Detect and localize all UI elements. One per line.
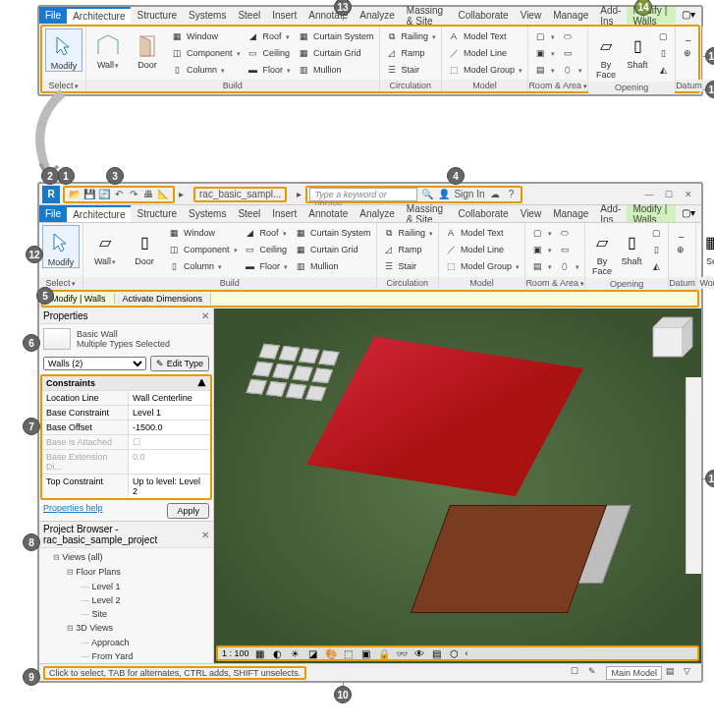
qat-sync-icon[interactable]: 🔄 — [98, 189, 110, 200]
signin-icon[interactable]: 👤 — [437, 188, 451, 201]
tool-ramp-2[interactable]: ◿Ramp — [380, 242, 436, 257]
tool-tag-area[interactable]: ⬯ — [559, 62, 584, 78]
detail-level-icon[interactable]: ▦ — [253, 646, 267, 660]
tool-modify-2[interactable]: Modify — [42, 225, 80, 268]
tool-window-2[interactable]: ▦Window — [165, 225, 240, 241]
visual-style-icon[interactable]: ◐ — [271, 646, 285, 660]
menu-systems-2[interactable]: Systems — [183, 205, 232, 222]
menu-steel[interactable]: Steel — [232, 7, 266, 24]
qat-save-icon[interactable]: 💾 — [83, 189, 95, 200]
tool-ceiling-2[interactable]: ▭Ceiling — [242, 242, 291, 257]
prop-base-offset[interactable]: -1500.0 — [129, 420, 210, 434]
browser-close-icon[interactable]: ✕ — [201, 530, 209, 540]
tool-floor[interactable]: ▬Floor — [245, 62, 294, 78]
drawing-viewport[interactable]: —☐✕ 1 : 100 ▦ ◐ ☀ ◪ 🎨 ⬚ ▣ 🔒 👓 — [214, 308, 701, 663]
status-editable-icon[interactable]: ✎ — [588, 666, 602, 680]
menu-addins-2[interactable]: Add-Ins — [594, 205, 627, 222]
menu-collaborate-2[interactable]: Collaborate — [452, 205, 514, 222]
tree-level2[interactable]: Level 2 — [43, 593, 209, 607]
dt-2[interactable]: ⊕ — [672, 242, 689, 257]
menu-modify-context-2[interactable]: Modify | Walls — [627, 205, 676, 222]
tool-wall-2[interactable]: ▱Wall — [86, 225, 124, 266]
ribbon-expand-icon-2[interactable]: ▢▾ — [676, 205, 701, 222]
menu-file[interactable]: File — [39, 7, 67, 24]
close-button[interactable]: ✕ — [680, 188, 697, 201]
dt-1[interactable]: ⎯ — [672, 225, 689, 241]
tree-fromyard[interactable]: From Yard — [43, 649, 209, 663]
element-filter[interactable]: Walls (2) — [43, 357, 146, 370]
tool-mline-2[interactable]: ／Model Line — [442, 242, 522, 257]
menu-architecture[interactable]: Architecture — [67, 7, 131, 24]
tool-roof[interactable]: ◢Roof — [245, 28, 294, 44]
qat-undo-icon[interactable]: ↶ — [113, 189, 125, 200]
properties-help-link[interactable]: Properties help — [43, 503, 103, 519]
menu-structure-2[interactable]: Structure — [131, 205, 183, 222]
tree-approach[interactable]: Approach — [43, 636, 209, 649]
reveal-icon[interactable]: 👁 — [412, 646, 426, 660]
tool-mgroup-2[interactable]: ⬚Model Group — [442, 258, 522, 274]
tool-curtain-system[interactable]: ▦Curtain System — [295, 28, 376, 44]
panel-label-roomarea[interactable]: Room & Area — [528, 80, 587, 91]
tool-model-group[interactable]: ⬚Model Group — [445, 62, 524, 78]
ra-4[interactable]: ⬭ — [556, 225, 581, 241]
op-2[interactable]: ▯ — [647, 242, 665, 257]
menu-analyze-2[interactable]: Analyze — [354, 205, 401, 222]
menu-architecture-2[interactable]: Architecture — [67, 205, 131, 222]
op-1[interactable]: ▢ — [647, 225, 665, 241]
ra-2[interactable]: ▣ — [528, 242, 554, 257]
tool-curtain-grid[interactable]: ▦Curtain Grid — [295, 45, 376, 61]
prop-location-line[interactable]: Wall Centerline — [129, 391, 210, 405]
prop-base-constraint[interactable]: Level 1 — [129, 406, 210, 420]
menu-massing-2[interactable]: Massing & Site — [401, 205, 453, 222]
signin-label[interactable]: Sign In — [454, 189, 484, 199]
min-button[interactable]: — — [640, 188, 658, 201]
tool-byface[interactable]: ▱By Face — [591, 28, 621, 80]
tool-door-2[interactable]: ▯Door — [126, 225, 163, 266]
prop-top-constraint[interactable]: Up to level: Level 2 — [129, 475, 210, 498]
properties-close-icon[interactable]: ✕ — [201, 310, 209, 321]
menu-structure[interactable]: Structure — [131, 7, 183, 24]
tree-level1[interactable]: Level 1 — [43, 580, 209, 593]
tool-modify[interactable]: Modify — [45, 28, 82, 72]
tool-mullion-2[interactable]: ▥Mullion — [292, 258, 373, 274]
type-selector[interactable]: Basic WallMultiple Types Selected — [39, 324, 213, 354]
search-go-icon[interactable]: 🔍 — [420, 188, 434, 201]
shadows-icon[interactable]: ◪ — [306, 646, 320, 660]
panel-label-ra-2[interactable]: Room & Area — [525, 277, 584, 289]
max-button[interactable]: ☐ — [660, 188, 678, 201]
navigation-bar[interactable] — [686, 377, 701, 574]
apply-button[interactable]: Apply — [167, 503, 209, 519]
filename-display[interactable]: rac_basic_sampl... — [193, 187, 287, 202]
tool-room-sep[interactable]: ▣ — [531, 45, 557, 61]
tool-area[interactable]: ▤ — [531, 62, 557, 78]
tool-roof-2[interactable]: ◢Roof — [242, 225, 291, 241]
tool-model-text[interactable]: AModel Text — [445, 28, 524, 44]
crop-icon[interactable]: ⬚ — [342, 646, 356, 660]
tool-window[interactable]: ▦Window — [168, 28, 243, 44]
tool-railing[interactable]: ⧉Railing — [383, 28, 439, 44]
tool-stair-2[interactable]: ☰Stair — [380, 258, 436, 274]
tool-set-2[interactable]: ▦Set — [699, 225, 714, 266]
tool-tag-room[interactable]: ⬭ — [559, 28, 584, 44]
tool-cs-2[interactable]: ▦Curtain System — [292, 225, 373, 241]
tool-wall[interactable]: Wall — [89, 28, 127, 70]
menu-view-2[interactable]: View — [515, 205, 548, 222]
tool-byface-2[interactable]: ▱By Face — [588, 225, 616, 276]
menu-analyze[interactable]: Analyze — [354, 7, 401, 24]
tool-wall-opening[interactable]: ▢ — [654, 28, 672, 44]
menu-massing[interactable]: Massing & Site — [401, 7, 453, 24]
scale-display[interactable]: 1 : 100 — [222, 648, 249, 658]
menu-collaborate[interactable]: Collaborate — [452, 7, 514, 24]
qat-print-icon[interactable]: 🖶 — [142, 189, 154, 200]
tree-views[interactable]: Views (all) — [43, 550, 209, 565]
op-3[interactable]: ◭ — [647, 258, 665, 274]
tool-grid[interactable]: ⊕ — [679, 45, 696, 61]
tool-column[interactable]: ▯Column — [168, 62, 243, 78]
qat-redo-icon[interactable]: ↷ — [128, 189, 139, 200]
tool-shaft[interactable]: ▯Shaft — [623, 28, 652, 70]
tool-model-line[interactable]: ／Model Line — [445, 45, 524, 61]
design-options-combo[interactable]: Main Model — [606, 666, 662, 680]
menu-insert[interactable]: Insert — [266, 7, 302, 24]
status-worksets-icon[interactable]: ☐ — [571, 666, 584, 680]
menu-annotate-2[interactable]: Annotate — [302, 205, 354, 222]
